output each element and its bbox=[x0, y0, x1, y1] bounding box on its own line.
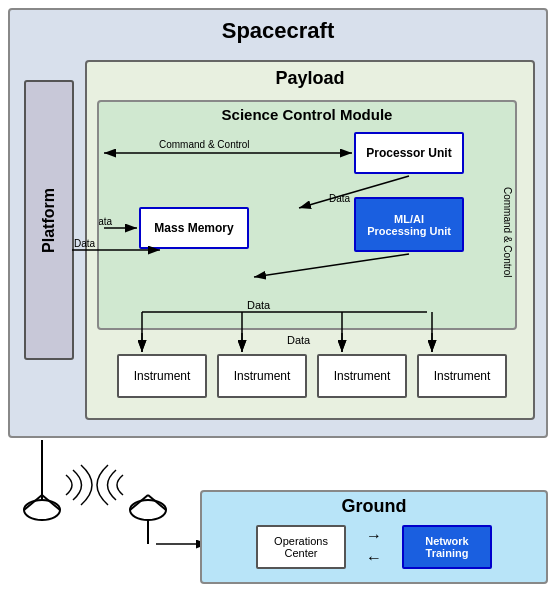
platform-label: Platform bbox=[40, 188, 58, 253]
scm-box: Science Control Module Processor Unit Ma… bbox=[97, 100, 517, 330]
ground-title: Ground bbox=[202, 492, 546, 517]
processor-unit-label: Processor Unit bbox=[366, 146, 451, 160]
cmd-control-right-label: Command & Control bbox=[497, 152, 517, 312]
svg-point-29 bbox=[130, 500, 166, 520]
svg-text:Data: Data bbox=[329, 193, 351, 204]
platform-box: Platform bbox=[24, 80, 74, 360]
instrument-1: Instrument bbox=[117, 354, 207, 398]
svg-text:Data: Data bbox=[99, 216, 113, 227]
mass-memory-label: Mass Memory bbox=[154, 221, 233, 235]
instruments-row: Instrument Instrument Instrument Instrum… bbox=[97, 354, 527, 398]
svg-text:Command & Control: Command & Control bbox=[159, 139, 250, 150]
arrow-right-icon: → bbox=[366, 527, 382, 545]
svg-line-6 bbox=[254, 254, 409, 277]
mlai-label: ML/AIProcessing Unit bbox=[367, 213, 451, 237]
cmd-control-vertical-text: Command & Control bbox=[502, 187, 513, 278]
svg-line-27 bbox=[24, 495, 42, 510]
antenna-area bbox=[8, 440, 208, 584]
svg-point-26 bbox=[24, 500, 60, 520]
svg-line-28 bbox=[42, 495, 60, 510]
network-training-label: NetworkTraining bbox=[425, 535, 468, 559]
spacecraft-title: Spacecraft bbox=[10, 10, 546, 44]
mlai-box: ML/AIProcessing Unit bbox=[354, 197, 464, 252]
operations-center-label: OperationsCenter bbox=[274, 535, 328, 559]
scm-title: Science Control Module bbox=[99, 102, 515, 123]
payload-title: Payload bbox=[87, 62, 533, 89]
network-training-box: NetworkTraining bbox=[402, 525, 492, 569]
svg-line-30 bbox=[130, 495, 148, 510]
spacecraft-box: Spacecraft Platform Payload Science Cont… bbox=[8, 8, 548, 438]
ground-content: OperationsCenter → ← NetworkTraining bbox=[202, 525, 546, 569]
instrument-2: Instrument bbox=[217, 354, 307, 398]
instrument-4: Instrument bbox=[417, 354, 507, 398]
instrument-3: Instrument bbox=[317, 354, 407, 398]
ground-arrows: → ← bbox=[366, 527, 382, 567]
processor-unit-box: Processor Unit bbox=[354, 132, 464, 174]
mass-memory-box: Mass Memory bbox=[139, 207, 249, 249]
payload-box: Payload Science Control Module Processor… bbox=[85, 60, 535, 420]
ground-box: Ground OperationsCenter → ← NetworkTrain… bbox=[200, 490, 548, 584]
svg-line-31 bbox=[148, 495, 166, 510]
operations-center-box: OperationsCenter bbox=[256, 525, 346, 569]
data-label-instruments: Data bbox=[287, 334, 310, 346]
antenna-svg bbox=[8, 440, 208, 584]
arrow-left-icon: ← bbox=[366, 549, 382, 567]
